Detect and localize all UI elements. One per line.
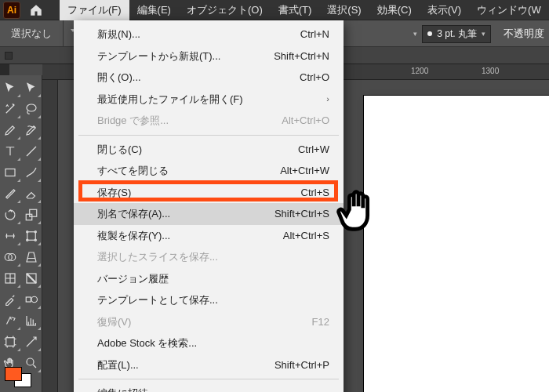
svg-point-16	[27, 358, 34, 365]
tool-artboard[interactable]	[0, 331, 21, 352]
tool-magic-wand[interactable]	[0, 98, 21, 119]
stroke-profile-select[interactable]: 3 pt. 丸筆 ▾	[422, 25, 491, 43]
menu-object[interactable]: オブジェクト(O)	[179, 0, 271, 21]
tool-graph[interactable]	[21, 310, 42, 331]
svg-rect-15	[6, 337, 15, 346]
tool-eraser[interactable]	[21, 183, 42, 204]
menu-items: ファイル(F) 編集(E) オブジェクト(O) 書式(T) 選択(S) 効果(C…	[60, 0, 549, 21]
menuitem-save-as[interactable]: 別名で保存(A)...Shift+Ctrl+S	[74, 203, 344, 225]
menuitem-close-all[interactable]: すべてを閉じるAlt+Ctrl+W	[74, 160, 344, 182]
menuitem-save-copy[interactable]: 複製を保存(Y)...Alt+Ctrl+S	[74, 225, 344, 247]
tool-paintbrush[interactable]	[21, 162, 42, 183]
chevron-down-icon: ▾	[482, 30, 485, 38]
menu-type[interactable]: 書式(T)	[271, 0, 320, 21]
tool-mesh[interactable]	[0, 267, 21, 289]
ruler-tick: 1200	[411, 67, 428, 75]
selection-label: 選択なし	[0, 20, 64, 46]
tool-perspective[interactable]	[21, 246, 42, 267]
menuitem-save[interactable]: 保存(S)Ctrl+S	[74, 182, 344, 204]
menuitem-new-from-template[interactable]: テンプレートから新規(T)...Shift+Ctrl+N	[74, 45, 344, 67]
tool-lasso[interactable]	[21, 98, 42, 119]
menu-window[interactable]: ウィンドウ(W	[469, 0, 549, 21]
menuitem-close[interactable]: 閉じる(C)Ctrl+W	[74, 139, 344, 161]
home-button[interactable]	[27, 1, 45, 20]
tool-eyedropper[interactable]	[0, 289, 21, 310]
tool-scale[interactable]	[21, 204, 42, 225]
pointer-hand-icon	[334, 187, 383, 235]
svg-rect-13	[26, 297, 31, 302]
menuitem-place[interactable]: 配置(L)...Shift+Ctrl+P	[74, 354, 344, 376]
svg-point-0	[27, 104, 36, 111]
tool-blend[interactable]	[21, 289, 42, 310]
dot-icon	[427, 31, 432, 36]
menu-separator	[78, 379, 339, 379]
menu-file[interactable]: ファイル(F)	[60, 0, 129, 21]
tool-rectangle[interactable]	[0, 162, 21, 183]
menubar: Ai ファイル(F) 編集(E) オブジェクト(O) 書式(T) 選択(S) 効…	[0, 0, 549, 20]
tool-shape-builder[interactable]	[0, 246, 21, 267]
toolbox	[0, 75, 42, 392]
menuitem-invite-to-edit[interactable]: 編集に招待	[74, 383, 344, 392]
tool-selection[interactable]	[0, 77, 21, 98]
artboard[interactable]	[364, 96, 549, 392]
tool-line[interactable]	[21, 140, 42, 162]
tool-width[interactable]	[0, 225, 21, 246]
menuitem-open-recent[interactable]: 最近使用したファイルを開く(F)›	[74, 89, 344, 111]
svg-point-14	[31, 296, 38, 303]
opacity-label: 不透明度	[496, 27, 549, 41]
menuitem-search-adobe-stock[interactable]: Adobe Stock を検索...	[74, 332, 344, 354]
tool-type[interactable]	[0, 140, 21, 162]
ruler-vertical	[42, 80, 58, 392]
menu-separator	[78, 135, 339, 136]
menuitem-new[interactable]: 新規(N)...Ctrl+N	[74, 24, 344, 45]
file-menu-dropdown: 新規(N)...Ctrl+N テンプレートから新規(T)...Shift+Ctr…	[74, 20, 344, 392]
tool-gradient[interactable]	[21, 267, 42, 289]
swatch-square[interactable]	[5, 52, 13, 60]
chevron-right-icon: ›	[326, 93, 329, 106]
tool-shaper[interactable]	[0, 183, 21, 204]
menu-effect[interactable]: 効果(C)	[369, 0, 420, 21]
tool-direct-selection[interactable]	[21, 77, 42, 98]
annotation-cursor-hand	[334, 187, 383, 238]
menuitem-browse-bridge: Bridge で参照...Alt+Ctrl+O	[74, 110, 344, 132]
app-badge: Ai	[3, 2, 20, 19]
svg-rect-4	[27, 231, 36, 240]
home-icon	[29, 3, 43, 17]
color-swatches[interactable]	[3, 367, 39, 389]
svg-rect-2	[26, 214, 32, 220]
menu-edit[interactable]: 編集(E)	[129, 0, 179, 21]
svg-rect-1	[5, 169, 15, 176]
tool-pen[interactable]	[0, 119, 21, 140]
menuitem-open[interactable]: 開く(O)...Ctrl+O	[74, 67, 344, 89]
fill-swatch[interactable]	[5, 367, 22, 381]
tool-slice[interactable]	[21, 331, 42, 352]
tool-free-transform[interactable]	[21, 225, 42, 246]
panel-tab-edge[interactable]	[0, 64, 9, 75]
menuitem-save-selected-slices: 選択したスライスを保存...	[74, 246, 344, 268]
ruler-tick: 1300	[482, 67, 499, 75]
menuitem-version-history[interactable]: バージョン履歴	[74, 268, 344, 290]
menuitem-revert: 復帰(V)F12	[74, 311, 344, 333]
menuitem-save-as-template[interactable]: テンプレートとして保存...	[74, 289, 344, 311]
svg-rect-3	[30, 209, 37, 216]
chevron-down-icon[interactable]: ▾	[413, 30, 417, 38]
menu-select[interactable]: 選択(S)	[319, 0, 369, 21]
tool-rotate[interactable]	[0, 204, 21, 225]
menu-view[interactable]: 表示(V)	[420, 0, 469, 21]
tool-symbol-sprayer[interactable]	[0, 310, 21, 331]
stroke-profile-value: 3 pt. 丸筆	[437, 27, 477, 41]
tool-curvature[interactable]	[21, 119, 42, 140]
